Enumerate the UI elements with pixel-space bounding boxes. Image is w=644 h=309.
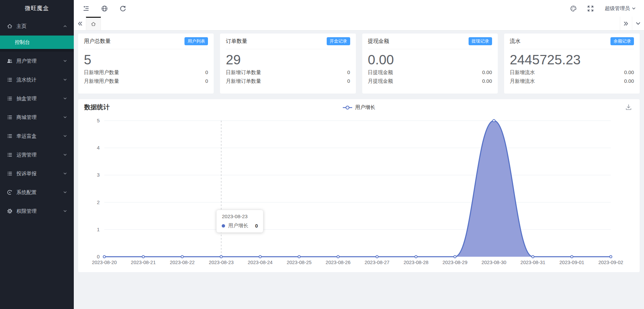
sidebar-item-console[interactable]: 控制台	[0, 36, 74, 49]
sidebar-item-label: 权限管理	[16, 208, 37, 214]
x-axis-label: 2023-08-31	[521, 260, 545, 265]
brand-logo: 微旺魔盒	[0, 0, 74, 17]
refresh-button[interactable]	[119, 5, 126, 12]
data-point-marker[interactable]	[220, 256, 222, 258]
data-point-marker[interactable]	[610, 256, 612, 258]
fold-menu-icon	[83, 5, 90, 12]
chevron-down-icon	[63, 59, 67, 63]
legend-line-marker-icon	[342, 105, 353, 110]
main-area: 超级管理员 用户总数量 用户列表 5	[74, 0, 644, 309]
data-point-marker[interactable]	[571, 256, 573, 258]
row-value: 0	[205, 77, 208, 85]
sidebar-item-label: 抽盒管理	[16, 96, 37, 102]
chevron-down-icon	[63, 134, 67, 138]
stat-cards-row: 用户总数量 用户列表 5 日新增用户数量 0 月新增用户数量 0 订单数量 开盒…	[78, 34, 640, 94]
sidebar-item-operations[interactable]: 运营管理	[0, 145, 74, 164]
tabs-scroll-left-button[interactable]	[74, 17, 86, 30]
sidebar-item-mall-mgmt[interactable]: 商城管理	[0, 108, 74, 127]
card-row: 日提现金额 0.00	[368, 68, 492, 76]
data-point-marker[interactable]	[493, 120, 495, 122]
user-name: 超级管理员	[605, 5, 630, 12]
download-chart-button[interactable]	[625, 104, 632, 111]
y-axis-label: 1	[97, 227, 100, 232]
x-axis-label: 2023-08-25	[287, 260, 312, 265]
data-point-marker[interactable]	[376, 256, 378, 258]
data-point-marker[interactable]	[181, 256, 183, 258]
topbar: 超级管理员	[74, 0, 644, 17]
sidebar-item-flow-stats[interactable]: 流水统计	[0, 70, 74, 89]
legend-item-user-growth[interactable]: 用户增长	[78, 104, 640, 111]
series-dot-icon	[222, 224, 225, 228]
fold-menu-button[interactable]	[83, 5, 90, 12]
card-row: 月提现金额 0.00	[368, 77, 492, 85]
sidebar-item-complaints[interactable]: 投诉举报	[0, 164, 74, 183]
sidebar-item-lucky-box[interactable]: 幸运盲盒	[0, 127, 74, 145]
y-axis-label: 0	[97, 254, 100, 259]
tabs-scroll-right-button[interactable]	[620, 17, 632, 30]
data-point-marker[interactable]	[337, 256, 339, 258]
row-value: 0.00	[482, 77, 492, 85]
chevron-down-icon	[63, 97, 67, 101]
y-axis-label: 4	[97, 145, 100, 150]
gear-icon	[7, 208, 13, 214]
refresh-icon	[119, 5, 126, 12]
sidebar-item-system-config[interactable]: 系统配置	[0, 183, 74, 202]
series-line	[104, 121, 611, 257]
chevron-down-icon	[632, 6, 636, 11]
list-icon	[7, 152, 13, 158]
users-icon	[7, 58, 13, 64]
card-title: 用户总数量	[84, 38, 111, 45]
user-list-badge[interactable]: 用户列表	[184, 37, 208, 45]
row-label: 日新增订单数量	[226, 68, 261, 76]
chart-tooltip: 2023-08-23 用户增长 0	[216, 210, 263, 233]
withdrawal-records-badge[interactable]: 提现记录	[469, 37, 492, 45]
card-header: 用户总数量 用户列表	[84, 34, 208, 49]
dial-icon	[7, 189, 13, 195]
tabs-options-button[interactable]	[632, 17, 644, 30]
y-axis-label: 2	[97, 199, 100, 205]
user-menu[interactable]: 超级管理员	[605, 5, 636, 12]
list-icon	[7, 171, 13, 177]
card-row: 月新增订单数量 0	[226, 77, 350, 85]
sidebar-item-home[interactable]: 主页	[0, 17, 74, 36]
chevron-down-icon	[63, 115, 67, 119]
user-growth-area-chart[interactable]: 0123452023-08-202023-08-212023-08-222023…	[78, 99, 639, 272]
data-point-marker[interactable]	[103, 256, 106, 258]
sidebar-item-label: 用户管理	[16, 58, 37, 64]
data-point-marker[interactable]	[532, 256, 534, 258]
sidebar-item-user-mgmt[interactable]: 用户管理	[0, 52, 74, 70]
x-axis-label: 2023-08-24	[248, 260, 273, 265]
open-box-records-badge[interactable]: 开盒记录	[327, 37, 350, 45]
data-point-marker[interactable]	[259, 256, 261, 258]
tooltip-date: 2023-08-23	[222, 213, 258, 219]
chevron-down-icon	[635, 21, 641, 26]
row-value: 0	[347, 77, 350, 85]
y-axis-label: 5	[97, 118, 100, 123]
chevron-down-icon	[63, 172, 67, 176]
sidebar-item-box-mgmt[interactable]: 抽盒管理	[0, 89, 74, 108]
x-axis-label: 2023-08-20	[92, 260, 117, 265]
theme-palette-button[interactable]	[570, 5, 577, 12]
sidebar-item-label: 主页	[16, 23, 26, 29]
x-axis-label: 2023-09-02	[598, 260, 623, 265]
fullscreen-button[interactable]	[587, 5, 594, 12]
area-fill	[104, 121, 611, 257]
data-point-marker[interactable]	[415, 256, 417, 258]
card-value: 0.00	[368, 52, 492, 68]
balance-records-badge[interactable]: 余额记录	[610, 37, 634, 45]
row-value: 0	[347, 68, 350, 76]
x-axis-label: 2023-08-23	[209, 260, 233, 265]
row-label: 日新增用户数量	[84, 68, 119, 76]
globe-button[interactable]	[101, 5, 108, 12]
stat-card-turnover: 流水 余额记录 2445725.23 日新增流水 0.00 月新增流水 0.00	[504, 34, 640, 94]
tab-home[interactable]	[86, 17, 101, 30]
data-point-marker[interactable]	[142, 256, 145, 258]
row-label: 月新增流水	[510, 77, 535, 85]
row-value: 0	[205, 68, 208, 76]
x-axis-label: 2023-08-22	[170, 260, 195, 265]
data-point-marker[interactable]	[454, 256, 456, 258]
data-point-marker[interactable]	[298, 256, 300, 258]
list-icon	[7, 114, 13, 120]
sidebar-item-permissions[interactable]: 权限管理	[0, 202, 74, 221]
list-icon	[7, 96, 13, 102]
